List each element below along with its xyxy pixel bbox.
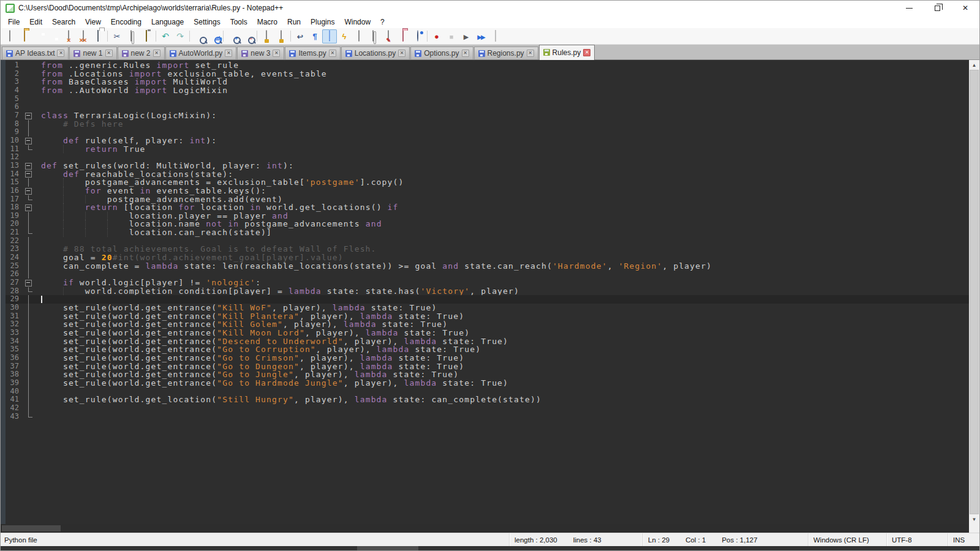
horizontal-scrollbar-thumb[interactable]: [2, 525, 61, 531]
document-map-button[interactable]: [352, 29, 366, 43]
function-list-button[interactable]: ϟ: [337, 29, 352, 43]
tab-autoworld-py[interactable]: AutoWorld.py✕: [165, 47, 237, 59]
tab-new-2[interactable]: new 2✕: [118, 47, 165, 59]
minimize-button[interactable]: [895, 1, 923, 15]
tab-options-py[interactable]: Options.py✕: [410, 47, 473, 59]
code-line-17[interactable]: 17 postgame_advancements.add(event): [6, 195, 969, 204]
code-line-32[interactable]: 32 set_rule(world.get_entrance("Kill Gol…: [6, 320, 969, 329]
cut-button[interactable]: ✂: [110, 29, 124, 43]
close-button[interactable]: ✕: [951, 1, 979, 15]
redo-button[interactable]: ↷: [173, 29, 187, 43]
code-line-10[interactable]: 10 def rule(self, player: int):: [6, 137, 969, 145]
code-line-12[interactable]: 12: [6, 153, 969, 162]
code-line-26[interactable]: 26: [6, 270, 969, 279]
menu-search[interactable]: Search: [47, 17, 80, 28]
code-line-27[interactable]: 27 if world.logic[player] != 'nologic':: [6, 279, 969, 287]
code-line-23[interactable]: 23 # 88 total achievements. Goal is to d…: [6, 245, 969, 253]
close-file-button[interactable]: ✕: [61, 29, 76, 43]
zoom-out-button[interactable]: −: [240, 29, 255, 43]
fold-collapse-icon[interactable]: [24, 279, 34, 287]
show-indent-guide-button[interactable]: [322, 29, 337, 43]
close-all-button[interactable]: ✕✕: [76, 29, 91, 43]
code-line-33[interactable]: 33 set_rule(world.get_entrance("Kill Moo…: [6, 329, 969, 337]
tab-close-icon[interactable]: ✕: [527, 50, 534, 57]
code-line-31[interactable]: 31 set_rule(world.get_entrance("Kill Pla…: [6, 312, 969, 321]
code-line-37[interactable]: 37 set_rule(world.get_entrance("Go to Du…: [6, 362, 969, 371]
copy-button[interactable]: [124, 29, 139, 43]
code-line-41[interactable]: 41 set_rule(world.get_location("Still Hu…: [6, 395, 969, 404]
status-eol-section[interactable]: Windows (CR LF): [808, 533, 886, 546]
code-line-28[interactable]: 28 world.completion_condition[player] = …: [6, 287, 969, 296]
fold-collapse-icon[interactable]: [24, 111, 34, 120]
menu-tools[interactable]: Tools: [225, 17, 252, 28]
code-line-19[interactable]: 19 location.player == player and: [6, 212, 969, 220]
code-line-9[interactable]: 9: [6, 128, 969, 137]
tab-rules-py[interactable]: Rules.py✕: [539, 45, 595, 60]
code-line-4[interactable]: 4from ..AutoWorld import LogicMixin: [6, 86, 969, 95]
tab-new-3[interactable]: new 3✕: [237, 47, 284, 59]
save-file-button[interactable]: [32, 29, 47, 43]
menu-view[interactable]: View: [80, 17, 106, 28]
code-line-6[interactable]: 6: [6, 103, 969, 111]
fold-collapse-icon[interactable]: [24, 203, 34, 212]
scroll-down-arrow-icon[interactable]: ▼: [969, 514, 979, 524]
tab-new-1[interactable]: new 1✕: [69, 47, 116, 59]
menu-encoding[interactable]: Encoding: [106, 17, 146, 28]
status-encoding-section[interactable]: UTF-8: [886, 533, 948, 546]
code-line-11[interactable]: 11 return True: [6, 145, 969, 154]
horizontal-scrollbar[interactable]: [1, 524, 969, 533]
fold-collapse-icon[interactable]: [24, 137, 34, 145]
sync-vertical-button[interactable]: [259, 29, 274, 43]
code-line-14[interactable]: 14 def reachable_locations(state):: [6, 170, 969, 179]
menu-edit[interactable]: Edit: [24, 17, 47, 28]
tab-regions-py[interactable]: Regions.py✕: [474, 47, 538, 59]
editor[interactable]: 1from ..generic.Rules import set_rule2fr…: [1, 60, 969, 524]
tab-locations-py[interactable]: Locations.py✕: [341, 47, 410, 59]
code-line-16[interactable]: 16 for event in events_table.keys():: [6, 187, 969, 195]
menu-language[interactable]: Language: [146, 17, 189, 28]
code-line-40[interactable]: 40: [6, 388, 969, 396]
zoom-in-button[interactable]: +: [225, 29, 240, 43]
menu-window[interactable]: Window: [339, 17, 375, 28]
code-line-36[interactable]: 36 set_rule(world.get_entrance("Go to Cr…: [6, 354, 969, 362]
new-file-button[interactable]: [2, 29, 17, 43]
paste-button[interactable]: [139, 29, 154, 43]
save-all-button[interactable]: [47, 29, 61, 43]
macro-record-button[interactable]: ●: [429, 29, 444, 43]
open-file-button[interactable]: [17, 29, 32, 43]
code-line-34[interactable]: 34 set_rule(world.get_entrance("Descend …: [6, 337, 969, 346]
tab-close-icon[interactable]: ✕: [398, 50, 405, 57]
code-line-3[interactable]: 3from BaseClasses import MultiWorld: [6, 78, 969, 86]
code-line-7[interactable]: 7class TerrariaLogic(LogicMixin):: [6, 111, 969, 120]
tab-close-icon[interactable]: ✕: [225, 50, 232, 57]
scroll-up-arrow-icon[interactable]: ▲: [969, 60, 979, 70]
tab-close-icon[interactable]: ✕: [583, 49, 590, 56]
vertical-scrollbar[interactable]: ▲ ▼: [969, 60, 979, 524]
code-line-8[interactable]: 8 # Defs here: [6, 120, 969, 129]
code-line-43[interactable]: 43: [6, 413, 969, 421]
menu-plugins[interactable]: Plugins: [306, 17, 339, 28]
code-line-18[interactable]: 18 return [location for location in worl…: [6, 203, 969, 212]
fold-collapse-icon[interactable]: [24, 162, 34, 170]
code-line-35[interactable]: 35 set_rule(world.get_entrance("Go to Co…: [6, 345, 969, 354]
status-insert-mode-section[interactable]: INS: [948, 533, 979, 546]
tab-close-icon[interactable]: ✕: [329, 50, 336, 57]
code-line-39[interactable]: 39 set_rule(world.get_entrance("Go to Ha…: [6, 379, 969, 388]
show-all-characters-button[interactable]: ¶: [307, 29, 322, 43]
print-button[interactable]: [91, 29, 105, 43]
monitoring-button[interactable]: [410, 29, 425, 43]
code-line-21[interactable]: 21 location.can_reach(state)]: [6, 228, 969, 237]
undo-button[interactable]: ↶: [158, 29, 173, 43]
find-button[interactable]: [192, 29, 206, 43]
macro-run-multiple-button[interactable]: ▶▶: [473, 29, 488, 43]
code-line-42[interactable]: 42: [6, 404, 969, 413]
menu-help[interactable]: ?: [375, 17, 390, 28]
menu-settings[interactable]: Settings: [189, 17, 225, 28]
code-line-24[interactable]: 24 goal = 20#int(world.achievement_goal[…: [6, 253, 969, 262]
code-line-13[interactable]: 13def set_rules(world: MultiWorld, playe…: [6, 162, 969, 170]
code-line-15[interactable]: 15 postgame_advancements = exclusion_tab…: [6, 178, 969, 187]
word-wrap-button[interactable]: ↩: [293, 29, 307, 43]
tab-close-icon[interactable]: ✕: [105, 50, 113, 57]
vertical-scrollbar-thumb[interactable]: [970, 70, 979, 514]
code-line-1[interactable]: 1from ..generic.Rules import set_rule: [6, 61, 969, 70]
